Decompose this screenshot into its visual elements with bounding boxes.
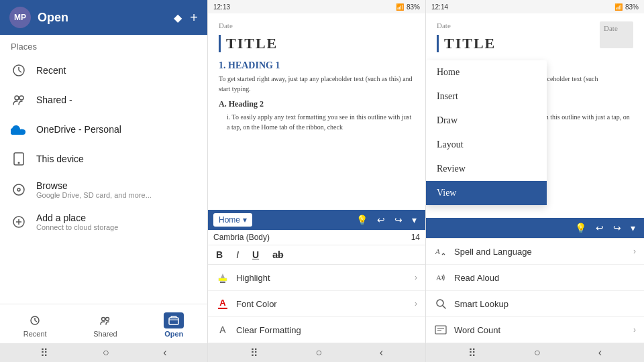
left-panel: MP Open ◆ + Places Recent Sha [0, 0, 208, 362]
svg-point-7 [17, 188, 20, 191]
browse-icon [11, 182, 27, 198]
shared-footer-icon [95, 312, 115, 328]
redo-icon[interactable]: ↪ [391, 213, 406, 227]
left-header: MP Open ◆ + [0, 0, 207, 35]
doc-date-corner: Date [600, 21, 633, 48]
add-place-icon [11, 214, 27, 230]
plus-icon[interactable]: + [190, 10, 198, 25]
nav-circle-icon-r: ○ [534, 347, 541, 359]
nav-item-shared[interactable]: Shared - [0, 85, 207, 115]
font-color-menu-item[interactable]: A Font Color › [208, 291, 425, 317]
svg-line-13 [35, 320, 37, 322]
header-icons: ◆ + [174, 10, 198, 25]
dropdown-home[interactable]: Home [426, 60, 547, 84]
bold-button[interactable]: B [213, 248, 225, 261]
signal-icon-right: 📶 [614, 3, 623, 11]
toolbar-row-middle: Cambria (Body) 14 [208, 230, 425, 245]
svg-line-2 [19, 70, 21, 72]
undo-icon[interactable]: ↩ [374, 213, 388, 227]
nav-grid-icon-r: ⠿ [468, 347, 476, 359]
browse-sub: Google Drive, SD card, and more... [36, 191, 152, 199]
diamond-icon[interactable]: ◆ [174, 11, 182, 24]
dropdown-review[interactable]: Review [426, 157, 547, 181]
lightbulb-icon[interactable]: 💡 [353, 213, 371, 227]
word-count-chevron: › [633, 325, 636, 335]
device-icon [11, 151, 27, 167]
nav-back-icon: ‹ [163, 347, 166, 359]
dropdown-layout[interactable]: Layout [426, 133, 547, 157]
italic-button[interactable]: I [233, 248, 241, 261]
footer-recent[interactable]: Recent [15, 310, 55, 341]
dropdown-draw[interactable]: Draw [426, 109, 547, 133]
nav-item-add-place[interactable]: Add a place Connect to cloud storage [0, 206, 207, 238]
places-label: Places [0, 35, 207, 56]
svg-text:A: A [436, 274, 441, 282]
redo-icon-r[interactable]: ↪ [610, 221, 625, 235]
nav-item-browse[interactable]: Browse Google Drive, SD card, and more..… [0, 174, 207, 206]
ribbon-middle: Home ▾ 💡 ↩ ↪ ▾ [208, 210, 425, 230]
doc-body1-middle: To get started right away, just tap any … [219, 74, 415, 94]
smart-lookup-label: Smart Lookup [454, 299, 636, 309]
view-menu-section: A Spell and Language › A Read Aloud [426, 238, 644, 343]
left-footer: Recent Shared Open [0, 304, 207, 343]
bottom-nav-middle: ⠿ ○ ‹ [208, 343, 425, 362]
svg-point-15 [105, 318, 109, 321]
undo-icon-r[interactable]: ↩ [592, 221, 607, 235]
status-bar-middle: 12:13 📶 83% [208, 0, 425, 13]
avatar: MP [9, 7, 31, 28]
smart-lookup-item[interactable]: Smart Lookup [426, 291, 644, 317]
svg-point-4 [19, 96, 23, 100]
highlight-icon [216, 271, 229, 284]
font-color-chevron: › [415, 299, 417, 308]
nav-item-recent[interactable]: Recent [0, 56, 207, 85]
nav-back-icon-r: ‹ [598, 347, 602, 359]
word-count-icon [434, 323, 447, 337]
strikethrough-button[interactable]: ab [270, 248, 286, 261]
nav-grid-icon: ⠿ [40, 347, 48, 359]
format-row: B I U ab [208, 245, 425, 265]
footer-open-label: Open [164, 330, 183, 338]
read-aloud-item[interactable]: A Read Aloud [426, 265, 644, 291]
svg-point-6 [18, 162, 20, 164]
people-icon [11, 92, 27, 108]
svg-rect-17 [219, 278, 227, 281]
clear-formatting-menu-item[interactable]: A Clear Formatting [208, 317, 425, 343]
svg-rect-23 [435, 326, 446, 334]
nav-item-onedrive[interactable]: OneDrive - Personal [0, 115, 207, 144]
ribbon-chevron: ▾ [243, 215, 247, 225]
doc-date-right: Date [437, 21, 600, 29]
spell-check-item[interactable]: A Spell and Language › [426, 239, 644, 265]
spell-check-label: Spell and Language [454, 247, 627, 257]
font-size[interactable]: 14 [411, 233, 420, 242]
time-right: 12:14 [431, 3, 448, 11]
battery-middle: 83% [407, 3, 420, 11]
font-name[interactable]: Cambria (Body) [213, 233, 406, 242]
font-color-icon: A [216, 297, 229, 310]
ribbon-home-label: Home [219, 215, 240, 225]
footer-open[interactable]: Open [156, 310, 192, 341]
word-count-item[interactable]: Word Count › [426, 317, 644, 343]
clear-format-icon: A [216, 323, 229, 337]
lightbulb-icon-r[interactable]: 💡 [572, 221, 590, 235]
status-bar-right: 12:14 📶 83% [426, 0, 644, 13]
footer-recent-label: Recent [23, 330, 47, 338]
dropdown-view[interactable]: View [426, 181, 547, 205]
shared-content: Shared - [36, 95, 72, 105]
highlight-menu-item[interactable]: Highlight › [208, 265, 425, 291]
underline-button[interactable]: U [250, 248, 262, 261]
nav-grid-icon-m: ⠿ [250, 347, 258, 359]
nav-item-this-device[interactable]: This device [0, 144, 207, 174]
highlight-chevron: › [415, 273, 417, 282]
ribbon-right: 💡 ↩ ↪ ▾ [426, 218, 644, 238]
nav-back-icon-m: ‹ [380, 347, 383, 359]
middle-panel: 12:13 📶 83% Date TITLE 1. HEADING 1 To g… [208, 0, 426, 362]
onedrive-label: OneDrive - Personal [36, 124, 121, 135]
more-icon-r[interactable]: ▾ [627, 221, 639, 235]
bottom-nav-right: ⠿ ○ ‹ [426, 343, 644, 362]
dropdown-insert[interactable]: Insert [426, 84, 547, 109]
footer-shared[interactable]: Shared [85, 310, 125, 341]
doc-title-bar-right: TITLE [437, 35, 600, 52]
more-icon[interactable]: ▾ [409, 213, 420, 227]
ribbon-tab-home[interactable]: Home ▾ [213, 213, 252, 227]
shared-label: Shared - [36, 95, 72, 105]
